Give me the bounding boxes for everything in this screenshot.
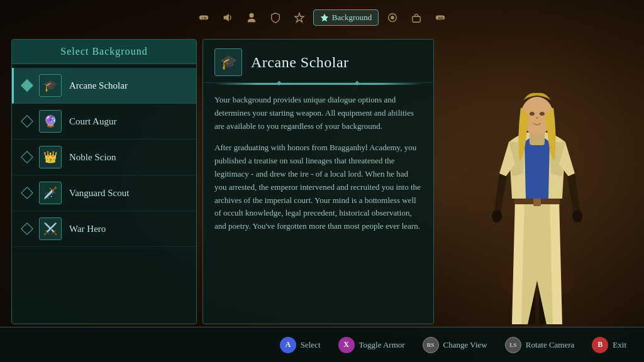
info-panel-icon: 🎓: [214, 48, 242, 76]
nav-lb[interactable]: LB: [194, 8, 214, 28]
bg-item-icon-augur: 🔮: [39, 110, 62, 133]
bg-item-icon-noble: 👑: [39, 146, 62, 168]
action-exit-label: Exit: [613, 340, 626, 350]
bg-item-icon-arcane: 🎓: [39, 74, 62, 97]
character-display: [430, 0, 644, 362]
bg-item-label-vanguard: Vanguard Scout: [69, 188, 129, 199]
bg-item-diamond-noble: [21, 151, 33, 163]
nav-background-tab[interactable]: Background: [313, 9, 379, 26]
bg-item-label-augur: Court Augur: [69, 116, 116, 127]
bg-item-war-hero[interactable]: ⚔️ War Hero: [12, 211, 196, 247]
action-rotate-camera-label: Rotate Camera: [526, 340, 575, 350]
bg-item-vanguard-scout[interactable]: 🗡️ Vanguard Scout: [12, 175, 196, 211]
svg-point-8: [572, 210, 582, 222]
info-panel-title: Arcane Scholar: [251, 54, 349, 71]
action-exit[interactable]: B Exit: [592, 337, 626, 353]
action-select-label: Select: [301, 340, 321, 350]
svg-point-15: [249, 13, 253, 18]
nav-magic-icon[interactable]: [289, 8, 309, 28]
info-panel-header: 🎓 Arcane Scholar: [203, 40, 433, 83]
bg-item-diamond-war: [21, 222, 33, 235]
svg-rect-20: [413, 16, 421, 22]
select-background-title: Select Background: [60, 46, 147, 57]
bg-item-diamond-arcane: [21, 79, 33, 92]
description-text: After graduating with honors from Bragga…: [214, 141, 422, 233]
nav-background-label: Background: [332, 13, 372, 23]
background-info-panel: 🎓 Arcane Scholar Your background provide…: [203, 39, 434, 324]
bg-item-diamond-augur: [21, 115, 33, 128]
action-change-view-label: Change View: [443, 340, 487, 350]
svg-point-7: [492, 210, 502, 222]
bg-item-icon-war: ⚔️: [39, 217, 62, 240]
svg-point-12: [540, 112, 545, 116]
info-panel-body: Your background provides unique dialogue…: [203, 94, 433, 321]
action-select[interactable]: A Select: [280, 337, 321, 353]
background-list: 🎓 Arcane Scholar 🔮 Court Augur 👑 Noble S…: [12, 64, 196, 251]
bg-item-label-war: War Hero: [69, 224, 106, 234]
svg-text:RB: RB: [438, 16, 444, 21]
action-toggle-armor-label: Toggle Armor: [359, 340, 405, 350]
bg-item-label-arcane: Arcane Scholar: [69, 80, 128, 91]
nav-character-icon[interactable]: [242, 8, 262, 28]
left-panel-header: Select Background: [12, 40, 196, 64]
bg-item-label-noble: Noble Scion: [69, 152, 116, 163]
badge-b: B: [592, 337, 608, 353]
bg-item-court-augur[interactable]: 🔮 Court Augur: [12, 104, 196, 140]
bottom-bar: A Select X Toggle Armor RS Change View L…: [0, 327, 644, 362]
badge-rs: RS: [423, 337, 439, 353]
nav-rb[interactable]: RB: [430, 8, 450, 28]
nav-combat-icon[interactable]: [265, 8, 286, 28]
badge-a: A: [280, 337, 296, 353]
svg-point-11: [530, 112, 535, 116]
nav-misc-icon[interactable]: [382, 8, 402, 28]
background-list-panel: Select Background 🎓 Arcane Scholar 🔮 Cou…: [11, 39, 197, 324]
badge-ls: LS: [505, 337, 521, 353]
nav-inventory-icon[interactable]: [406, 8, 426, 28]
bg-item-noble-scion[interactable]: 👑 Noble Scion: [12, 140, 196, 175]
top-nav: LB Background RB: [0, 0, 644, 35]
svg-text:LB: LB: [201, 16, 206, 21]
nav-volume-icon[interactable]: [218, 8, 238, 28]
bg-item-icon-vanguard: 🗡️: [39, 182, 62, 204]
svg-point-19: [391, 16, 394, 19]
character-figure: [480, 60, 594, 331]
svg-marker-16: [295, 13, 304, 22]
intro-text: Your background provides unique dialogue…: [214, 94, 422, 133]
badge-x: X: [338, 337, 355, 353]
action-toggle-armor[interactable]: X Toggle Armor: [338, 337, 405, 353]
action-change-view[interactable]: RS Change View: [423, 337, 487, 353]
bg-item-arcane-scholar[interactable]: 🎓 Arcane Scholar: [12, 68, 196, 104]
bg-item-diamond-vanguard: [21, 187, 33, 199]
divider: [214, 83, 422, 85]
svg-marker-17: [320, 14, 328, 22]
action-rotate-camera[interactable]: LS Rotate Camera: [505, 337, 575, 353]
